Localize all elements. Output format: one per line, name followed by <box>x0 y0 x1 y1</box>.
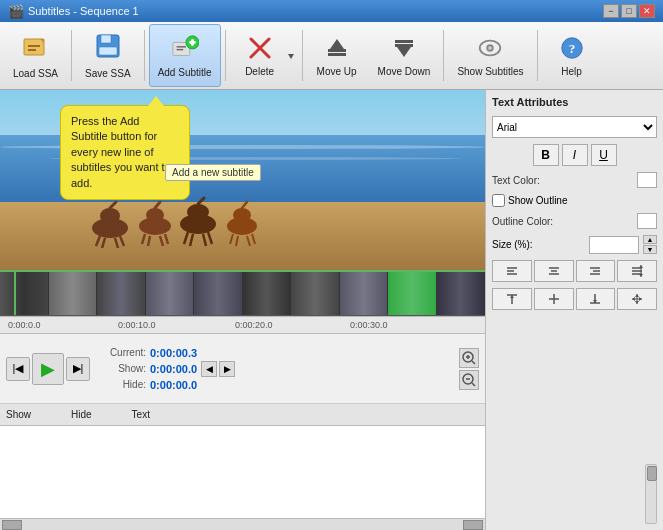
underline-button[interactable]: U <box>591 144 617 166</box>
size-down-button[interactable]: ▼ <box>643 245 657 254</box>
delete-dropdown-arrow[interactable] <box>286 24 296 87</box>
add-subtitle-icon <box>171 34 199 64</box>
load-ssa-button[interactable]: Load SSA <box>4 24 67 87</box>
svg-rect-20 <box>395 40 413 43</box>
add-subtitle-tooltip: Add a new subtitle <box>165 164 261 181</box>
go-to-end-button[interactable]: ▶| <box>66 357 90 381</box>
minimize-button[interactable]: − <box>603 4 619 18</box>
separator-2 <box>144 30 145 81</box>
help-icon: ? <box>559 35 585 63</box>
svg-rect-5 <box>101 35 111 43</box>
maximize-button[interactable]: □ <box>621 4 637 18</box>
subtitle-list-body[interactable] <box>0 426 485 518</box>
show-prev-button[interactable]: ◀ <box>201 361 217 377</box>
svg-marker-88 <box>639 297 642 301</box>
svg-point-24 <box>489 46 493 50</box>
video-area: Press the Add Subtitle button for every … <box>0 90 485 270</box>
help-label: Help <box>561 66 582 77</box>
valign-bottom-button[interactable] <box>576 288 616 310</box>
text-attributes-title: Text Attributes <box>492 96 657 108</box>
svg-line-51 <box>230 234 233 244</box>
delete-button[interactable]: Delete <box>230 24 290 87</box>
valign-top-button[interactable] <box>492 288 532 310</box>
timeline-strip[interactable] <box>0 270 485 316</box>
align-left-button[interactable] <box>492 260 532 282</box>
text-color-row: Text Color: <box>492 172 657 188</box>
load-ssa-label: Load SSA <box>13 68 58 79</box>
svg-rect-9 <box>176 48 183 49</box>
timeline-playhead <box>14 272 16 315</box>
svg-line-29 <box>110 202 116 208</box>
show-subtitles-button[interactable]: Show Subtitles <box>448 24 532 87</box>
timecodes-bar: 0:00:0.0 0:00:10.0 0:00:20.0 0:00:30.0 <box>0 316 485 334</box>
svg-line-61 <box>472 383 475 386</box>
svg-rect-19 <box>395 44 413 47</box>
tooltip-bubble: Press the Add Subtitle button for every … <box>60 105 190 200</box>
show-label: Show: <box>104 363 146 374</box>
align-justify-button[interactable] <box>617 260 657 282</box>
italic-button[interactable]: I <box>562 144 588 166</box>
separator-5 <box>443 30 444 81</box>
text-color-swatch[interactable] <box>637 172 657 188</box>
timecode-2: 0:00:20.0 <box>235 320 273 330</box>
svg-line-53 <box>247 236 250 246</box>
svg-line-40 <box>165 234 168 244</box>
size-input[interactable] <box>589 236 639 254</box>
go-to-start-button[interactable]: |◀ <box>6 357 30 381</box>
size-row: Size (%): ▲ ▼ <box>492 235 657 254</box>
svg-point-28 <box>100 208 120 224</box>
timeline-thumb-4 <box>146 272 195 315</box>
align-center-button[interactable] <box>534 260 574 282</box>
zoom-in-button[interactable] <box>459 348 479 368</box>
svg-line-50 <box>242 202 247 208</box>
size-spinner[interactable]: ▲ ▼ <box>643 235 657 254</box>
scrollbar-thumb[interactable] <box>647 466 657 481</box>
load-ssa-icon <box>22 33 50 65</box>
save-ssa-icon <box>95 33 121 65</box>
window-title: Subtitles - Sequence 1 <box>28 5 139 17</box>
svg-line-47 <box>208 232 212 244</box>
svg-rect-8 <box>176 46 185 47</box>
font-select[interactable]: Arial <box>492 116 657 138</box>
close-button[interactable]: ✕ <box>639 4 655 18</box>
bottom-scrollbar[interactable] <box>0 518 485 530</box>
hide-time-row: Hide: 0:00:00.0 <box>104 379 235 391</box>
right-panel-scrollbar[interactable] <box>645 464 657 524</box>
show-next-button[interactable]: ▶ <box>219 361 235 377</box>
svg-marker-76 <box>639 274 643 277</box>
toolbar: Load SSA Save SSA Add Subtitle <box>0 22 663 90</box>
delete-label: Delete <box>245 66 274 77</box>
add-subtitle-button[interactable]: Add Subtitle <box>149 24 221 87</box>
zoom-controls <box>459 348 479 390</box>
align-right-button[interactable] <box>576 260 616 282</box>
help-button[interactable]: ? Help <box>542 24 602 87</box>
play-button[interactable]: ▶ <box>32 353 64 385</box>
svg-marker-75 <box>639 265 643 268</box>
valign-middle-button[interactable] <box>534 288 574 310</box>
svg-line-31 <box>102 238 105 248</box>
expand-button[interactable] <box>617 288 657 310</box>
svg-point-42 <box>187 204 209 220</box>
show-time-nav[interactable]: ◀ ▶ <box>201 361 235 377</box>
scroll-left-button[interactable] <box>2 520 22 530</box>
size-up-button[interactable]: ▲ <box>643 235 657 244</box>
svg-point-35 <box>146 208 164 222</box>
subtitle-list-header: Show Hide Text <box>0 404 485 426</box>
scroll-right-button[interactable] <box>463 520 483 530</box>
titlebar-controls[interactable]: − □ ✕ <box>603 4 655 18</box>
playback-controls: |◀ ▶ ▶| <box>6 353 90 385</box>
svg-line-46 <box>203 234 206 246</box>
timeline-thumb-7 <box>291 272 340 315</box>
outline-color-swatch[interactable] <box>637 213 657 229</box>
show-outline-row[interactable]: Show Outline <box>492 194 657 207</box>
svg-rect-16 <box>328 49 346 52</box>
format-buttons: B I U <box>492 144 657 166</box>
bold-button[interactable]: B <box>533 144 559 166</box>
zoom-out-button[interactable] <box>459 370 479 390</box>
show-outline-checkbox[interactable] <box>492 194 505 207</box>
save-ssa-button[interactable]: Save SSA <box>76 24 140 87</box>
move-down-button[interactable]: Move Down <box>369 24 440 87</box>
show-time-row: Show: 0:00:00.0 ◀ ▶ <box>104 361 235 377</box>
move-up-button[interactable]: Move Up <box>307 24 367 87</box>
svg-rect-2 <box>28 45 40 47</box>
